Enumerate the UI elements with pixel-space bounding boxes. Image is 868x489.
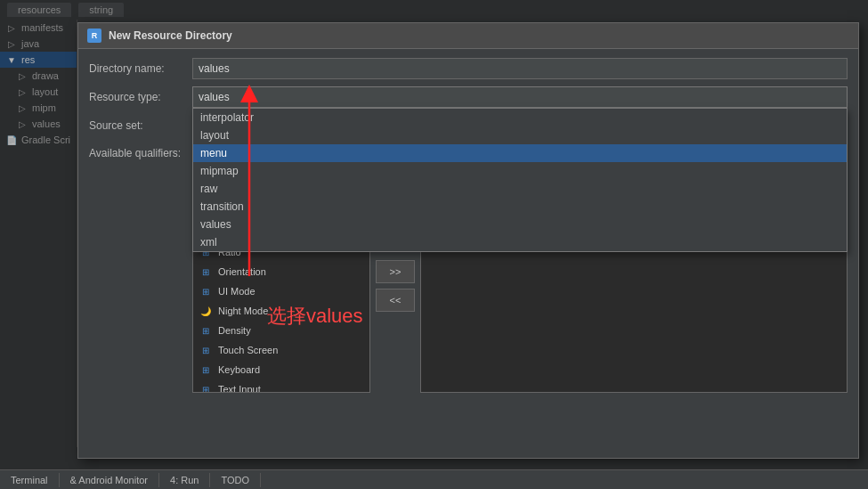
ui-mode-icon: ⊞ (199, 284, 213, 298)
resource-type-label: Resource type: (89, 91, 187, 103)
dropdown-item-values[interactable]: values (193, 216, 847, 233)
qualifier-label: Density (218, 325, 251, 336)
qualifier-label: Text Input (218, 384, 261, 393)
dropdown-item-xml[interactable]: xml (193, 233, 847, 251)
todo-tab[interactable]: TODO (210, 473, 261, 487)
density-icon: ⊞ (199, 323, 213, 338)
android-monitor-tab-label: & Android Monitor (70, 475, 148, 485)
run-tab[interactable]: 4: Run (159, 473, 210, 487)
terminal-tab[interactable]: Terminal (0, 473, 60, 487)
resource-type-container: interpolator layout menu mipmap raw tran… (192, 86, 848, 108)
qualifier-keyboard[interactable]: ⊞ Keyboard (193, 360, 369, 379)
qualifier-label: Keyboard (218, 364, 260, 375)
directory-name-label: Directory name: (89, 62, 187, 75)
directory-name-row: Directory name: (89, 58, 848, 79)
dropdown-item-interpolator[interactable]: interpolator (193, 109, 847, 126)
resource-type-dropdown: interpolator layout menu mipmap raw tran… (192, 108, 848, 252)
dialog-title-bar: R New Resource Directory (78, 23, 858, 49)
directory-name-input[interactable] (192, 58, 848, 79)
dropdown-item-mipmap[interactable]: mipmap (193, 162, 847, 180)
resource-type-row: Resource type: interpolator layout menu … (89, 86, 848, 108)
qualifier-label: Night Mode (218, 306, 268, 316)
qualifier-touch-screen[interactable]: ⊞ Touch Screen (193, 340, 369, 360)
qualifier-night-mode[interactable]: 🌙 Night Mode (193, 301, 369, 321)
dialog-icon: R (87, 29, 101, 43)
run-tab-label: 4: Run (170, 475, 199, 485)
dropdown-item-transition[interactable]: transition (193, 198, 847, 216)
qualifier-label: Orientation (218, 266, 266, 277)
new-resource-directory-dialog: R New Resource Directory Directory name:… (77, 22, 859, 459)
android-monitor-tab[interactable]: & Android Monitor (60, 473, 159, 487)
keyboard-icon: ⊞ (199, 363, 213, 377)
qualifier-label: Touch Screen (218, 345, 278, 355)
qualifier-density[interactable]: ⊞ Density (193, 321, 369, 340)
forward-arrow-button[interactable]: >> (376, 260, 415, 283)
night-mode-icon: 🌙 (199, 304, 213, 318)
backward-arrow-button[interactable]: << (376, 289, 415, 312)
text-input-icon: ⊞ (199, 382, 213, 393)
dropdown-item-layout[interactable]: layout (193, 126, 847, 144)
dropdown-item-menu[interactable]: menu (193, 144, 847, 162)
available-qualifiers-label: Available qualifiers: (89, 143, 187, 393)
dropdown-item-raw[interactable]: raw (193, 180, 847, 198)
qualifier-text-input[interactable]: ⊞ Text Input (193, 379, 369, 393)
terminal-tab-label: Terminal (11, 475, 48, 485)
status-bar: Terminal & Android Monitor 4: Run TODO (0, 469, 868, 489)
dialog-title: New Resource Directory (109, 29, 232, 42)
orientation-icon: ⊞ (199, 265, 213, 279)
touch-screen-icon: ⊞ (199, 343, 213, 357)
resource-type-input[interactable] (192, 86, 848, 108)
todo-tab-label: TODO (221, 475, 249, 485)
dialog-body: Directory name: Resource type: interpola… (78, 49, 858, 402)
qualifier-ui-mode[interactable]: ⊞ UI Mode (193, 281, 369, 301)
qualifier-label: UI Mode (218, 286, 256, 297)
qualifier-orientation[interactable]: ⊞ Orientation (193, 262, 369, 281)
source-set-label: Source set: (89, 119, 187, 132)
